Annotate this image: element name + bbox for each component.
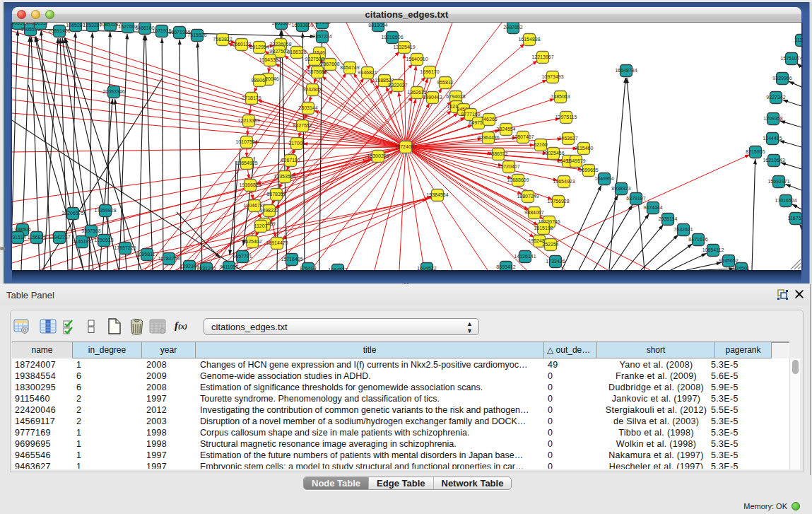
svg-text:9463627: 9463627 bbox=[558, 136, 577, 141]
svg-text:8878352: 8878352 bbox=[266, 192, 286, 197]
svg-text:3824554: 3824554 bbox=[496, 127, 515, 132]
svg-text:10958117: 10958117 bbox=[136, 252, 158, 257]
svg-text:10688609: 10688609 bbox=[507, 177, 529, 182]
svg-text:8454749: 8454749 bbox=[340, 65, 359, 70]
svg-text:1209358: 1209358 bbox=[763, 116, 782, 121]
svg-text:116753: 116753 bbox=[788, 216, 801, 221]
svg-text:7632621: 7632621 bbox=[673, 227, 693, 232]
svg-text:9242848: 9242848 bbox=[302, 87, 322, 92]
svg-text:18807249: 18807249 bbox=[517, 194, 539, 199]
svg-text:7625402: 7625402 bbox=[242, 239, 261, 244]
svg-text:7485063: 7485063 bbox=[551, 94, 570, 99]
svg-text:8427552: 8427552 bbox=[293, 123, 312, 128]
svg-text:760937: 760937 bbox=[32, 23, 48, 25]
svg-text:17016504: 17016504 bbox=[775, 198, 796, 203]
svg-text:2718176: 2718176 bbox=[242, 95, 261, 100]
svg-text:15716485: 15716485 bbox=[281, 257, 302, 262]
svg-text:9657791: 9657791 bbox=[233, 254, 252, 259]
svg-text:19756928: 19756928 bbox=[547, 199, 569, 204]
svg-text:2087652: 2087652 bbox=[503, 25, 522, 30]
svg-text:9699695: 9699695 bbox=[579, 168, 598, 173]
svg-text:7563822: 7563822 bbox=[213, 37, 232, 42]
svg-text:9245652: 9245652 bbox=[719, 258, 738, 263]
svg-text:9227342: 9227342 bbox=[766, 95, 785, 100]
svg-text:17957225: 17957225 bbox=[114, 245, 136, 250]
svg-text:955812: 955812 bbox=[437, 80, 453, 85]
svg-text:9327508: 9327508 bbox=[305, 57, 324, 62]
svg-text:1250513: 1250513 bbox=[94, 238, 113, 243]
svg-text:10543362: 10543362 bbox=[259, 57, 281, 62]
svg-text:11207: 11207 bbox=[254, 223, 268, 228]
svg-text:989067: 989067 bbox=[251, 78, 267, 83]
svg-text:1588520: 1588520 bbox=[375, 78, 394, 83]
svg-text:8322037: 8322037 bbox=[388, 83, 407, 88]
svg-text:16914479: 16914479 bbox=[266, 240, 288, 245]
svg-text:8912954: 8912954 bbox=[249, 45, 269, 49]
svg-text:7515526: 7515526 bbox=[187, 33, 206, 37]
svg-text:10807467: 10807467 bbox=[512, 134, 534, 139]
svg-text:9884067: 9884067 bbox=[524, 210, 543, 215]
svg-text:13325419: 13325419 bbox=[393, 45, 415, 49]
svg-text:10654112: 10654112 bbox=[702, 247, 724, 252]
svg-text:19218506: 19218506 bbox=[381, 35, 403, 40]
svg-text:8593412: 8593412 bbox=[496, 264, 515, 269]
svg-text:8660123: 8660123 bbox=[232, 42, 251, 47]
svg-text:20364436: 20364436 bbox=[477, 135, 499, 140]
svg-text:1145194: 1145194 bbox=[73, 239, 92, 244]
svg-text:1649579: 1649579 bbox=[566, 158, 585, 163]
svg-text:6879197: 6879197 bbox=[626, 196, 645, 201]
svg-text:15751074: 15751074 bbox=[780, 56, 801, 61]
svg-text:20206575: 20206575 bbox=[61, 211, 83, 216]
svg-text:10046786: 10046786 bbox=[243, 203, 265, 208]
svg-text:14136141: 14136141 bbox=[514, 254, 536, 259]
svg-text:1244415: 1244415 bbox=[763, 136, 782, 141]
svg-text:13353504: 13353504 bbox=[273, 174, 295, 179]
svg-text:15692971: 15692971 bbox=[767, 179, 789, 184]
svg-text:8267110: 8267110 bbox=[281, 158, 300, 163]
svg-text:19654925: 19654925 bbox=[235, 160, 257, 165]
svg-text:9146821: 9146821 bbox=[358, 70, 377, 75]
svg-text:20891406: 20891406 bbox=[48, 28, 70, 33]
svg-text:8990443: 8990443 bbox=[423, 95, 442, 100]
svg-text:991514: 991514 bbox=[12, 235, 26, 240]
svg-text:16782759: 16782759 bbox=[158, 256, 180, 261]
svg-text:9411057: 9411057 bbox=[220, 264, 239, 269]
svg-text:20053346: 20053346 bbox=[102, 89, 124, 94]
svg-text:9827503: 9827503 bbox=[269, 49, 288, 54]
svg-text:8186328: 8186328 bbox=[287, 49, 306, 54]
svg-text:9329966: 9329966 bbox=[772, 76, 792, 81]
svg-text:15720407: 15720407 bbox=[498, 164, 519, 169]
svg-text:1362615: 1362615 bbox=[407, 90, 426, 95]
svg-text:8215955: 8215955 bbox=[746, 149, 765, 154]
svg-text:746266: 746266 bbox=[481, 117, 497, 122]
svg-text:8471676: 8471676 bbox=[688, 237, 707, 242]
svg-text:9474444: 9474444 bbox=[643, 205, 662, 210]
svg-text:2935114: 2935114 bbox=[659, 216, 678, 221]
svg-text:217005: 217005 bbox=[288, 141, 305, 146]
svg-text:252254: 252254 bbox=[542, 242, 558, 247]
svg-text:957233: 957233 bbox=[314, 23, 330, 25]
svg-text:10025456: 10025456 bbox=[542, 151, 564, 156]
svg-text:16033809: 16033809 bbox=[291, 23, 313, 28]
svg-text:12213389: 12213389 bbox=[237, 118, 259, 123]
svg-text:16648784: 16648784 bbox=[615, 68, 637, 73]
svg-text:1696170: 1696170 bbox=[420, 69, 439, 74]
svg-text:15640910: 15640910 bbox=[406, 57, 428, 62]
svg-text:12942737: 12942737 bbox=[48, 235, 70, 240]
svg-text:19166825: 19166825 bbox=[239, 182, 261, 187]
svg-text:19384554: 19384554 bbox=[426, 192, 448, 197]
svg-text:62160: 62160 bbox=[534, 142, 548, 147]
svg-text:18300295: 18300295 bbox=[367, 153, 389, 158]
svg-text:18724007: 18724007 bbox=[394, 144, 416, 149]
svg-text:9115460: 9115460 bbox=[575, 146, 594, 151]
svg-text:16210643: 16210643 bbox=[763, 158, 784, 163]
svg-text:8938923: 8938923 bbox=[611, 186, 630, 191]
svg-text:12975115: 12975115 bbox=[555, 115, 577, 119]
svg-text:9397568: 9397568 bbox=[81, 228, 100, 233]
svg-text:17359928: 17359928 bbox=[94, 208, 116, 213]
svg-text:1615192: 1615192 bbox=[534, 226, 553, 230]
svg-text:9777169: 9777169 bbox=[461, 112, 480, 117]
svg-text:11123: 11123 bbox=[795, 37, 801, 42]
svg-text:10107554: 10107554 bbox=[235, 139, 257, 144]
svg-text:8813054: 8813054 bbox=[368, 23, 387, 28]
